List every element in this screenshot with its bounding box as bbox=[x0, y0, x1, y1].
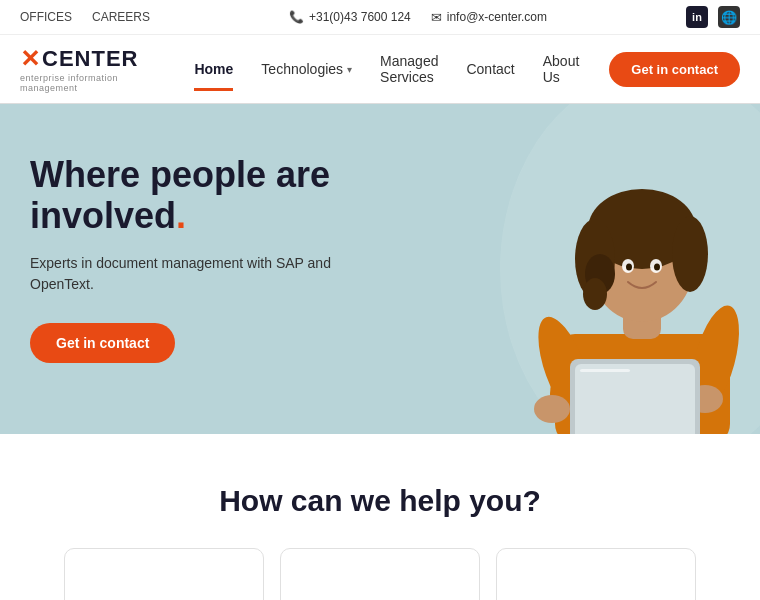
offices-link[interactable]: OFFICES bbox=[20, 10, 72, 24]
hero-title-line2: involved bbox=[30, 195, 176, 236]
topbar-center: +31(0)43 7600 124 info@x-center.com bbox=[289, 10, 547, 25]
hero-title: Where people are involved. bbox=[30, 154, 370, 237]
svg-point-9 bbox=[583, 278, 607, 310]
nav-managed-services[interactable]: Managed Services bbox=[380, 53, 438, 85]
hero-illustration bbox=[380, 104, 760, 434]
nav-contact[interactable]: Contact bbox=[466, 61, 514, 77]
topbar: OFFICES CAREERS +31(0)43 7600 124 info@x… bbox=[0, 0, 760, 35]
email-icon bbox=[431, 10, 442, 25]
careers-link[interactable]: CAREERS bbox=[92, 10, 150, 24]
svg-point-16 bbox=[534, 395, 570, 423]
technologies-chevron-icon: ▾ bbox=[347, 64, 352, 75]
logo-text: ✕ CENTER bbox=[20, 45, 164, 73]
nav-links: Home Technologies ▾ Managed Services Con… bbox=[194, 53, 579, 85]
nav-home[interactable]: Home bbox=[194, 61, 233, 77]
cards-row bbox=[20, 548, 740, 600]
logo-center-text: CENTER bbox=[42, 46, 138, 72]
hero-cta-button[interactable]: Get in contact bbox=[30, 323, 175, 363]
logo-x-mark: ✕ bbox=[20, 45, 40, 73]
linkedin-icon[interactable]: in bbox=[686, 6, 708, 28]
phone-info: +31(0)43 7600 124 bbox=[289, 10, 411, 24]
phone-number: +31(0)43 7600 124 bbox=[309, 10, 411, 24]
svg-point-12 bbox=[626, 264, 632, 271]
card-2 bbox=[280, 548, 480, 600]
card-3 bbox=[496, 548, 696, 600]
logo-subtitle: enterprise information management bbox=[20, 73, 164, 93]
navbar-cta-button[interactable]: Get in contact bbox=[609, 52, 740, 87]
svg-rect-19 bbox=[575, 364, 695, 434]
nav-about[interactable]: About Us bbox=[543, 53, 580, 85]
logo: ✕ CENTER enterprise information manageme… bbox=[20, 45, 164, 93]
phone-icon bbox=[289, 10, 304, 24]
topbar-right: in 🌐 bbox=[686, 6, 740, 28]
hero-content: Where people are involved. Experts in do… bbox=[30, 154, 370, 363]
section-below: How can we help you? bbox=[0, 434, 760, 600]
nav-technologies[interactable]: Technologies ▾ bbox=[261, 61, 352, 77]
hero-title-line1: Where people are bbox=[30, 154, 330, 195]
svg-rect-20 bbox=[580, 369, 630, 372]
svg-point-7 bbox=[672, 216, 708, 292]
globe-icon[interactable]: 🌐 bbox=[718, 6, 740, 28]
hero-section: Where people are involved. Experts in do… bbox=[0, 104, 760, 434]
section-title: How can we help you? bbox=[20, 484, 740, 518]
email-address: info@x-center.com bbox=[447, 10, 547, 24]
svg-point-13 bbox=[654, 264, 660, 271]
hero-subtitle: Experts in document management with SAP … bbox=[30, 253, 370, 295]
card-1 bbox=[64, 548, 264, 600]
topbar-left: OFFICES CAREERS bbox=[20, 10, 150, 24]
hero-image bbox=[380, 104, 760, 434]
navbar: ✕ CENTER enterprise information manageme… bbox=[0, 35, 760, 104]
hero-title-dot: . bbox=[176, 195, 186, 236]
email-info: info@x-center.com bbox=[431, 10, 547, 25]
